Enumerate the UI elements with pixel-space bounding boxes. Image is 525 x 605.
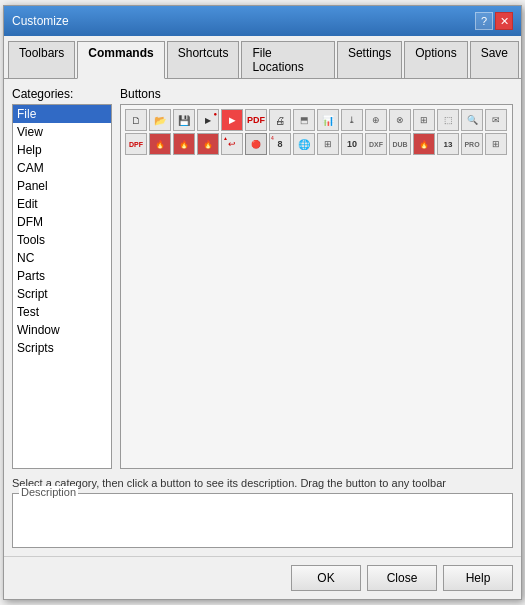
list-item[interactable]: DFM — [13, 213, 111, 231]
tab-settings[interactable]: Settings — [337, 41, 402, 79]
tool-button[interactable]: ⬒ — [293, 109, 315, 131]
ok-button[interactable]: OK — [291, 565, 361, 591]
dialog-window: Customize ? ✕ Toolbars Commands Shortcut… — [3, 5, 522, 600]
tool-button[interactable]: DUB — [389, 133, 411, 155]
close-button[interactable]: Close — [367, 565, 437, 591]
list-item[interactable]: Tools — [13, 231, 111, 249]
title-bar-buttons: ? ✕ — [475, 12, 513, 30]
categories-label: Categories: — [12, 87, 112, 101]
tool-button[interactable]: ⊕ — [365, 109, 387, 131]
help-title-button[interactable]: ? — [475, 12, 493, 30]
content-area: Categories: File View Help CAM Panel Edi… — [4, 79, 521, 556]
list-item[interactable]: NC — [13, 249, 111, 267]
tool-button[interactable]: 🔥 — [173, 133, 195, 155]
tool-button[interactable]: 🖨 — [269, 109, 291, 131]
description-box: Description — [12, 493, 513, 548]
tool-button[interactable]: 🌐 — [293, 133, 315, 155]
window-title: Customize — [12, 14, 69, 28]
categories-panel: Categories: File View Help CAM Panel Edi… — [12, 87, 112, 469]
tab-toolbars[interactable]: Toolbars — [8, 41, 75, 79]
buttons-panel: Buttons 🗋 📂 💾 ▶ ● ▶ PDF 🖨 ⬒ — [120, 87, 513, 469]
tool-button[interactable]: ⊞ — [485, 133, 507, 155]
tab-save[interactable]: Save — [470, 41, 519, 79]
tool-button[interactable]: 🔥 — [197, 133, 219, 155]
tool-button[interactable]: 8 4 — [269, 133, 291, 155]
list-item[interactable]: Window — [13, 321, 111, 339]
main-area: Categories: File View Help CAM Panel Edi… — [12, 87, 513, 469]
list-item[interactable]: Script — [13, 285, 111, 303]
buttons-area: 🗋 📂 💾 ▶ ● ▶ PDF 🖨 ⬒ 📊 ⤓ — [120, 104, 513, 469]
tool-button[interactable]: PRO — [461, 133, 483, 155]
footer: OK Close Help — [4, 556, 521, 599]
list-item[interactable]: CAM — [13, 159, 111, 177]
tab-options[interactable]: Options — [404, 41, 467, 79]
categories-list[interactable]: File View Help CAM Panel Edit DFM Tools … — [12, 104, 112, 469]
tool-button[interactable]: ⤓ — [341, 109, 363, 131]
tool-button[interactable]: 10 — [341, 133, 363, 155]
list-item[interactable]: Test — [13, 303, 111, 321]
tool-button[interactable]: PDF — [245, 109, 267, 131]
tab-shortcuts[interactable]: Shortcuts — [167, 41, 240, 79]
title-bar: Customize ? ✕ — [4, 6, 521, 36]
tool-button[interactable]: 💾 — [173, 109, 195, 131]
buttons-label: Buttons — [120, 87, 513, 101]
tool-button[interactable]: 📊 — [317, 109, 339, 131]
tool-button[interactable]: ▶ — [221, 109, 243, 131]
description-section: Select a category, then click a button t… — [12, 477, 513, 548]
list-item[interactable]: Help — [13, 141, 111, 159]
tab-file-locations[interactable]: File Locations — [241, 41, 335, 79]
tool-button[interactable]: ⊞ — [413, 109, 435, 131]
tool-button[interactable]: 🗋 — [125, 109, 147, 131]
list-item[interactable]: View — [13, 123, 111, 141]
tool-button[interactable]: ⊗ — [389, 109, 411, 131]
tool-button[interactable]: 📂 — [149, 109, 171, 131]
list-item[interactable]: File — [13, 105, 111, 123]
tool-button[interactable]: ✉ — [485, 109, 507, 131]
tool-button[interactable]: DXF — [365, 133, 387, 155]
tool-button[interactable]: ⊞ — [317, 133, 339, 155]
tool-button[interactable]: DPF — [125, 133, 147, 155]
list-item[interactable]: Panel — [13, 177, 111, 195]
tool-button[interactable]: 🔥 — [149, 133, 171, 155]
tool-button[interactable]: ▶ ● — [197, 109, 219, 131]
tool-button[interactable]: 🔥 — [413, 133, 435, 155]
tool-button[interactable]: 13 — [437, 133, 459, 155]
tool-button[interactable]: ↩ ▲ — [221, 133, 243, 155]
list-item[interactable]: Parts — [13, 267, 111, 285]
description-box-label: Description — [19, 486, 78, 498]
tab-bar: Toolbars Commands Shortcuts File Locatio… — [4, 36, 521, 79]
tool-button[interactable]: 🔍 — [461, 109, 483, 131]
hint-text: Select a category, then click a button t… — [12, 477, 513, 489]
list-item[interactable]: Scripts — [13, 339, 111, 357]
tab-commands[interactable]: Commands — [77, 41, 164, 79]
list-item[interactable]: Edit — [13, 195, 111, 213]
tool-button[interactable]: ⬚ — [437, 109, 459, 131]
tool-button[interactable]: 🔴 — [245, 133, 267, 155]
close-title-button[interactable]: ✕ — [495, 12, 513, 30]
help-button[interactable]: Help — [443, 565, 513, 591]
